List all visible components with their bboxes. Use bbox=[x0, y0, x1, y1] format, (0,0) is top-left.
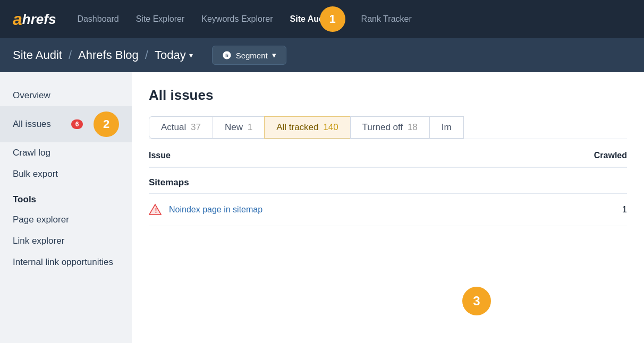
nav-keywords-explorer[interactable]: Keywords Explorer bbox=[201, 14, 273, 24]
sidebar-item-crawl-log[interactable]: Crawl log bbox=[0, 142, 132, 164]
sidebar-all-issues-label: All issues bbox=[13, 119, 71, 130]
sidebar-page-explorer-label: Page explorer bbox=[13, 215, 119, 225]
tab-actual[interactable]: Actual 37 bbox=[149, 116, 213, 139]
badge-2-circle: 2 bbox=[94, 112, 119, 137]
sidebar-crawl-log-label: Crawl log bbox=[13, 148, 119, 158]
tab-all-tracked-count: 140 bbox=[323, 122, 338, 132]
tab-turned-off-count: 18 bbox=[408, 122, 418, 132]
sidebar-link-explorer-label: Link explorer bbox=[13, 236, 119, 246]
sidebar: Overview All issues 6 2 Crawl log Bulk e… bbox=[0, 72, 132, 343]
breadcrumb-blog: Ahrefs Blog bbox=[78, 48, 139, 62]
tabs-bar: Actual 37 New 1 All tracked 140 Turned o… bbox=[149, 116, 627, 139]
sidebar-item-overview[interactable]: Overview bbox=[0, 85, 132, 106]
sidebar-item-all-issues[interactable]: All issues 6 2 bbox=[0, 106, 132, 142]
breadcrumb-period[interactable]: Today ▾ bbox=[155, 48, 193, 62]
sidebar-item-bulk-export[interactable]: Bulk export bbox=[0, 164, 132, 185]
tab-new[interactable]: New 1 bbox=[213, 116, 265, 139]
tab-new-count: 1 bbox=[248, 122, 252, 132]
segment-chevron-icon: ▾ bbox=[272, 50, 276, 60]
logo-a: a bbox=[13, 11, 22, 28]
section-sitemaps: Sitemaps bbox=[149, 168, 627, 194]
issue-count-noindex: 1 bbox=[553, 205, 627, 215]
nav-site-explorer[interactable]: Site Explorer bbox=[136, 14, 185, 24]
logo-hrefs: hrefs bbox=[22, 12, 56, 26]
sidebar-item-page-explorer[interactable]: Page explorer bbox=[0, 209, 132, 230]
nav-dashboard[interactable]: Dashboard bbox=[77, 14, 118, 24]
breadcrumb-site-audit: Site Audit bbox=[13, 48, 62, 62]
warning-icon: ! bbox=[149, 203, 162, 216]
top-nav: ahrefs Dashboard Site Explorer Keywords … bbox=[0, 0, 644, 38]
svg-text:!: ! bbox=[155, 207, 157, 215]
logo: ahrefs bbox=[13, 11, 56, 28]
breadcrumb-bar: Site Audit / Ahrefs Blog / Today ▾ Segme… bbox=[0, 38, 644, 72]
breadcrumb-sep1: / bbox=[69, 48, 72, 62]
col-issue-header: Issue bbox=[149, 151, 553, 160]
sidebar-tools-title: Tools bbox=[0, 185, 132, 209]
page-title: All issues bbox=[149, 87, 627, 104]
all-issues-badge: 6 bbox=[71, 119, 83, 129]
col-crawled-header: Crawled bbox=[553, 151, 627, 160]
tab-turned-off[interactable]: Turned off 18 bbox=[350, 116, 430, 139]
nav-rank-tracker[interactable]: Rank Tracker bbox=[361, 14, 412, 24]
segment-label: Segment bbox=[236, 51, 268, 60]
issue-name-noindex[interactable]: Noindex page in sitemap bbox=[169, 205, 553, 215]
tab-actual-count: 37 bbox=[191, 122, 201, 132]
sidebar-bulk-export-label: Bulk export bbox=[13, 169, 119, 179]
sidebar-item-link-explorer[interactable]: Link explorer bbox=[0, 230, 132, 252]
tab-all-tracked[interactable]: All tracked 140 bbox=[264, 116, 350, 139]
tab-im[interactable]: Im bbox=[429, 116, 464, 139]
badge-3-circle: 3 bbox=[462, 287, 491, 315]
sidebar-overview-label: Overview bbox=[13, 90, 119, 101]
main-layout: Overview All issues 6 2 Crawl log Bulk e… bbox=[0, 72, 644, 343]
segment-button[interactable]: Segment ▾ bbox=[212, 46, 286, 65]
sidebar-item-internal-link[interactable]: Internal link opportunities bbox=[0, 252, 132, 273]
segment-icon bbox=[222, 50, 232, 60]
table-row: ! Noindex page in sitemap 1 bbox=[149, 194, 627, 226]
breadcrumb-sep2: / bbox=[145, 48, 148, 62]
table-header: Issue Crawled bbox=[149, 141, 627, 168]
sidebar-internal-link-label: Internal link opportunities bbox=[13, 257, 119, 268]
chevron-down-icon: ▾ bbox=[189, 51, 193, 59]
nav-badge-1: 1 bbox=[320, 6, 345, 32]
nav-site-audit-wrapper: Site Audit 1 bbox=[290, 14, 329, 24]
main-content: All issues Actual 37 New 1 All tracked 1… bbox=[132, 72, 644, 343]
